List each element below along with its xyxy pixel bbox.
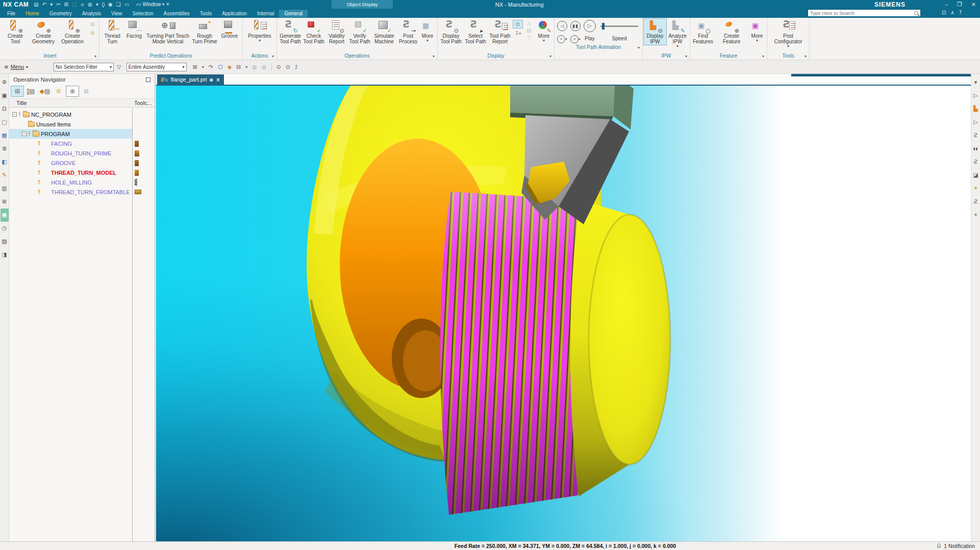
orient-view-icon[interactable]: ⌖ xyxy=(974,208,977,222)
sphere-b-icon[interactable]: ◍ xyxy=(262,64,267,70)
navigator-row[interactable]: −!PROGRAM xyxy=(9,129,155,139)
close-button[interactable]: × xyxy=(971,1,976,8)
tab-general[interactable]: General xyxy=(279,10,308,17)
navigator-row[interactable]: !ROUGH_TURN_PRIME xyxy=(9,148,155,158)
operations-more-button[interactable]: ▦ More▾ xyxy=(419,19,436,43)
tab-file[interactable]: File xyxy=(2,10,20,17)
navigator-row[interactable]: !FACING xyxy=(9,139,155,148)
selection-scope-dropdown[interactable]: Entire Assembly▾ xyxy=(127,63,187,71)
point-on-curve-icon[interactable]: ↷ xyxy=(209,64,213,70)
display-more-button[interactable]: ✎ More▾ xyxy=(535,19,553,43)
history-icon[interactable]: ◷ xyxy=(2,222,7,235)
create-tool-button[interactable]: ⊕ Create Tool xyxy=(2,19,29,45)
tab-tools[interactable]: Tools xyxy=(195,10,217,17)
thread-turn-button[interactable]: ﹌ Thread Turn xyxy=(100,19,124,45)
navigator-row[interactable]: −!NC_PROGRAM xyxy=(9,110,155,119)
tab-close-icon[interactable]: × xyxy=(216,77,220,83)
navigator-row[interactable]: !THREAD_TURN_FROMTABLE xyxy=(9,187,155,197)
navigator-row[interactable]: !GROOVE xyxy=(9,158,155,168)
animation-speed-icon[interactable]: ✦ xyxy=(973,182,978,195)
navigator-row[interactable]: Unused Items xyxy=(9,119,155,129)
create-operation-button[interactable]: ⊕ Create Operation xyxy=(58,19,87,45)
pause-button[interactable]: ▮▮ xyxy=(570,21,581,31)
program-order-view-icon[interactable]: ⊞ xyxy=(11,86,23,96)
turning-part-teach-mode-button[interactable]: ⊕ Turning Part Teach Mode Vertical xyxy=(144,19,191,45)
group-label-display[interactable]: Display▾ xyxy=(439,53,553,60)
minimize-button[interactable]: – xyxy=(945,1,948,8)
feature-selection-icon[interactable]: ◈ xyxy=(228,64,232,70)
settings-icon[interactable]: ⚙ xyxy=(2,76,7,89)
window-frame-icon[interactable]: ▭ xyxy=(124,2,129,7)
verify-tool-path-button[interactable]: ▧✓ Verify Tool Path xyxy=(348,19,371,45)
box-icon[interactable]: ◨ xyxy=(2,248,7,261)
post-configurator-button[interactable]: Ƨ Post Configurator▾ xyxy=(768,19,808,48)
graphics-viewport[interactable] xyxy=(156,85,971,541)
copy-operation-icon[interactable]: ⊞ xyxy=(88,20,97,28)
grid-icon[interactable]: ▦ xyxy=(2,129,7,142)
command-search[interactable] xyxy=(808,9,921,17)
touch-mode-icon[interactable]: ◉ xyxy=(108,2,113,7)
sphere-a-icon[interactable]: ◍ xyxy=(252,64,257,70)
panel-maximize-button[interactable] xyxy=(146,77,150,82)
percent-tolerance-icon[interactable]: ⁒ xyxy=(295,64,297,70)
cut-icon[interactable]: ✂ xyxy=(56,2,60,7)
record-caret-icon[interactable]: ▾ xyxy=(96,2,98,7)
find-features-button[interactable]: ▣○ Find Features xyxy=(691,19,715,45)
palette-icon[interactable]: ▥ xyxy=(2,182,7,195)
tab-view[interactable]: View xyxy=(106,10,128,17)
analyze-ipw-button[interactable]: ▙✎ Analyze IPW▾ xyxy=(666,19,689,48)
face-caret-icon[interactable]: ▾ xyxy=(245,65,247,69)
validity-report-button[interactable]: ⊙ Validity Report xyxy=(325,19,348,45)
tab-analysis[interactable]: Analysis xyxy=(77,10,106,17)
collapse-caret-icon[interactable]: ▾ xyxy=(974,76,977,89)
format-painter-icon[interactable]: ◈ xyxy=(80,2,84,7)
group-label-feature[interactable]: Feature▾ xyxy=(691,53,766,60)
group-label-ipw[interactable]: IPW▾ xyxy=(644,53,689,60)
navigator-column-header[interactable]: Title Toolc... xyxy=(9,98,155,108)
toolpath-refresh-icon[interactable]: Ƨ xyxy=(974,129,977,142)
pause-animation-icon[interactable]: ▮▮ xyxy=(973,142,978,155)
paste-icon[interactable]: ▢ xyxy=(72,2,77,7)
column-divider[interactable] xyxy=(132,109,133,541)
navigator-row[interactable]: !HOLE_MILLING xyxy=(9,177,155,187)
display-tool-path-button[interactable]: Ƨ⊙ Display Tool Path xyxy=(439,19,463,45)
feature-more-button[interactable]: ▣ More▾ xyxy=(748,19,766,43)
facing-button[interactable]: ᠁ Facing xyxy=(124,19,144,39)
post-process-button[interactable]: Ƨ→ Post Process xyxy=(397,19,419,45)
minimize-ribbon-icon[interactable]: ∧ xyxy=(950,10,954,15)
tab-selection[interactable]: Selection xyxy=(127,10,158,17)
hexagon-selection-icon[interactable]: ⬡ xyxy=(218,64,223,70)
navigator-row[interactable]: !THREAD_TURN_MODEL xyxy=(9,168,155,177)
machining-method-view-icon[interactable]: ♔ xyxy=(53,86,65,96)
selection-filter-dropdown[interactable]: No Selection Filter▾ xyxy=(54,63,114,71)
generate-tool-path-button[interactable]: Ƨ↻ Generate Tool Path xyxy=(278,19,303,45)
group-label-operations[interactable]: Operations▾ xyxy=(278,53,436,60)
hatch-icon[interactable]: ▨ xyxy=(2,235,7,248)
column-toolchanges[interactable]: Toolc... xyxy=(134,100,152,106)
group-label-actions[interactable]: Actions▾ xyxy=(244,53,275,60)
frame-icon[interactable]: ▢ xyxy=(2,116,7,129)
create-method-icon[interactable]: ♔ xyxy=(88,29,97,37)
tab-assemblies[interactable]: Assemblies xyxy=(159,10,195,17)
fullscreen-icon[interactable]: ⊡ xyxy=(942,10,946,15)
bell-icon[interactable]: Ω xyxy=(2,102,6,116)
snap-caret-icon[interactable]: ▾ xyxy=(202,65,204,69)
tab-home[interactable]: Home xyxy=(20,10,44,17)
parts-icon[interactable]: ▣ xyxy=(2,89,7,102)
cascade-windows-icon[interactable]: ❑ xyxy=(116,2,121,7)
view-icon[interactable]: ◧ xyxy=(2,155,7,169)
simulate-machine-icon[interactable]: ◪ xyxy=(973,169,978,182)
active-tool-icon[interactable]: ▣ xyxy=(1,208,9,222)
go-to-start-button[interactable]: «▾ xyxy=(557,33,567,43)
notification-area[interactable]: 1 Notification xyxy=(936,543,975,549)
restore-button[interactable]: ❐ xyxy=(957,1,962,8)
properties-button[interactable]: Properties▾ xyxy=(244,19,275,43)
snap-point-icon[interactable]: ⊞ xyxy=(193,64,197,70)
geometry-view-icon[interactable]: ◆▤ xyxy=(39,86,51,96)
expander-icon[interactable]: − xyxy=(12,112,17,117)
display-ipw-button[interactable]: ▙⊙ Display IPW xyxy=(644,19,666,45)
menu-dropdown[interactable]: ≡ Menu ▾ xyxy=(0,64,33,70)
step-forward-icon[interactable]: ▷ xyxy=(973,116,977,129)
snap-icon[interactable]: ⊞ xyxy=(2,195,7,208)
speed-slider[interactable] xyxy=(600,25,638,27)
